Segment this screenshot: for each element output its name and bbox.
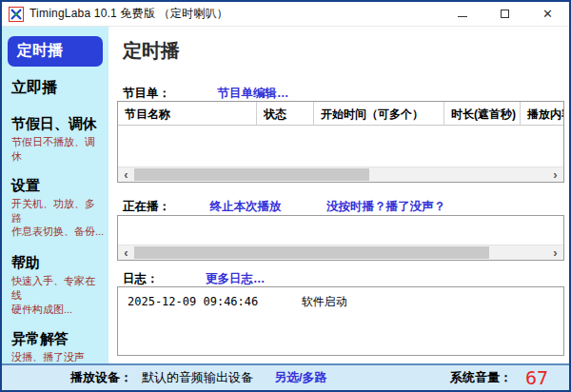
now-playing-hscrollbar[interactable]: ‹ › xyxy=(118,245,563,260)
col-status[interactable]: 状态 xyxy=(257,102,314,125)
playback-device-label: 播放设备： xyxy=(70,369,132,386)
log-box: 2025-12-09 09:46:46 软件启动 xyxy=(117,286,564,356)
log-entry: 2025-12-09 09:46:46 软件启动 xyxy=(118,287,563,310)
scroll-left-icon[interactable]: ‹ xyxy=(118,245,134,260)
now-playing-empty xyxy=(118,216,563,245)
playback-device-value: 默认的音频输出设备 xyxy=(142,369,253,386)
now-playing-row: 正在播： 终止本次播放 没按时播？播了没声？ xyxy=(123,197,445,215)
stop-playback-link[interactable]: 终止本次播放 xyxy=(209,200,281,213)
scrollbar-thumb[interactable] xyxy=(134,168,369,181)
device-select-link[interactable]: 另选/多路 xyxy=(274,369,327,386)
table-header-row: 节目名称 状态 开始时间（可多个） 时长(遮首秒) 播放内容 xyxy=(118,102,563,126)
playlist-label: 节目单： xyxy=(123,87,170,100)
scroll-right-icon[interactable]: › xyxy=(547,245,563,260)
now-playing-label: 正在播： xyxy=(123,200,170,213)
sidebar-item-help-sub: 快速入手、专家在线 硬件构成图... xyxy=(11,274,105,317)
sidebar-item-settings-sub: 开关机、功放、多路 作息表切换、备份... xyxy=(11,197,105,240)
program-table: 节目名称 状态 开始时间（可多个） 时长(遮首秒) 播放内容 ‹ › xyxy=(117,101,564,183)
col-duration[interactable]: 时长(遮首秒) xyxy=(444,102,521,125)
table-body-empty xyxy=(118,126,563,167)
system-volume-value: 67 xyxy=(525,366,548,389)
page-title: 定时播 xyxy=(123,38,180,64)
col-program-name[interactable]: 节目名称 xyxy=(118,102,257,125)
sidebar-item-timed-play[interactable]: 定时播 xyxy=(8,36,103,67)
log-entry-message: 软件启动 xyxy=(302,295,347,308)
app-window: TimingLaba 10.1 免费版 （定时喇叭） ✕ 定时播 立即播 节假日… xyxy=(0,0,571,392)
scroll-right-icon[interactable]: › xyxy=(547,167,563,182)
table-hscrollbar[interactable]: ‹ › xyxy=(118,167,563,182)
statusbar: 播放设备： 默认的音频输出设备 另选/多路 系统音量： 67 xyxy=(2,363,569,390)
playlist-row: 节目单： 节目单编辑… xyxy=(123,84,288,102)
more-logs-link[interactable]: 更多日志… xyxy=(206,272,266,285)
sidebar-item-play-now[interactable]: 立即播 xyxy=(11,78,105,98)
window-controls: ✕ xyxy=(441,2,569,26)
system-volume-label: 系统音量： xyxy=(450,369,512,386)
sidebar-item-holidays-sub: 节假日不播放、调休 xyxy=(11,135,105,164)
sidebar-item-settings[interactable]: 设置 xyxy=(11,177,105,195)
now-playing-box: ‹ › xyxy=(117,215,564,261)
scrollbar-track[interactable] xyxy=(134,167,547,182)
minimize-button[interactable] xyxy=(441,2,483,26)
scrollbar-thumb[interactable] xyxy=(134,246,489,259)
window-title: TimingLaba 10.1 免费版 （定时喇叭） xyxy=(30,6,228,22)
sidebar-item-holidays[interactable]: 节假日、调休 xyxy=(11,115,105,133)
sidebar-item-troubleshoot[interactable]: 异常解答 xyxy=(11,330,105,348)
log-label: 日志： xyxy=(123,272,159,285)
sidebar: 定时播 立即播 节假日、调休 节假日不播放、调休 设置 开关机、功放、多路 作息… xyxy=(2,27,108,363)
sidebar-item-help[interactable]: 帮助 xyxy=(11,254,105,272)
col-play-content[interactable]: 播放内容 xyxy=(521,102,563,125)
playback-help-link[interactable]: 没按时播？播了没声？ xyxy=(326,200,445,213)
maximize-button[interactable] xyxy=(483,2,526,26)
main-content: 定时播 节目单： 节目单编辑… 节目名称 状态 开始时间（可多个） 时长(遮首秒… xyxy=(108,27,569,363)
col-start-time[interactable]: 开始时间（可多个） xyxy=(314,102,444,125)
close-button[interactable]: ✕ xyxy=(526,2,569,26)
app-icon[interactable] xyxy=(9,7,24,22)
playlist-edit-link[interactable]: 节目单编辑… xyxy=(217,87,288,100)
log-row: 日志： 更多日志… xyxy=(123,269,265,287)
log-entry-time: 2025-12-09 09:46:46 xyxy=(128,295,258,308)
sidebar-item-troubleshoot-sub: 没播、播了没声 音量低 xyxy=(11,350,105,363)
scroll-left-icon[interactable]: ‹ xyxy=(118,167,134,182)
titlebar: TimingLaba 10.1 免费版 （定时喇叭） ✕ xyxy=(2,2,569,27)
scrollbar-track[interactable] xyxy=(134,245,547,260)
